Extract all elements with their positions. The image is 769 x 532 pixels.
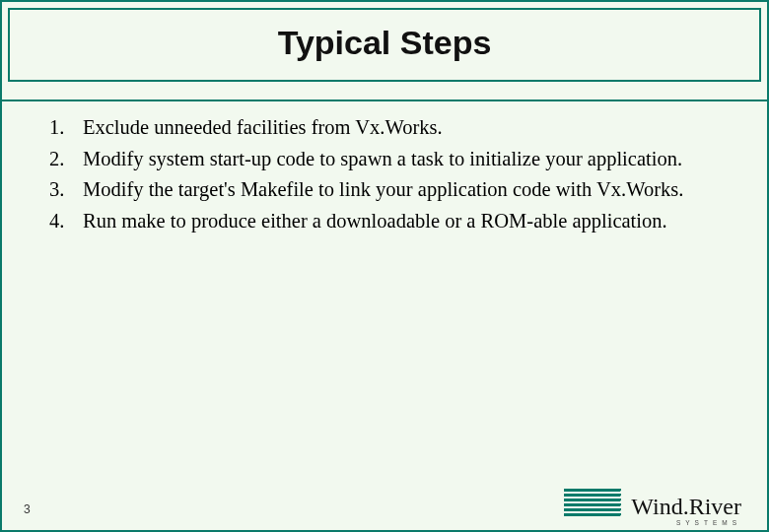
slide-title: Typical Steps: [10, 24, 759, 62]
title-box: Typical Steps: [8, 8, 761, 82]
windriver-logo-text: Wind.River SYSTEMS: [631, 495, 741, 518]
content-area: Exclude unneeded facilities from Vx.Work…: [2, 101, 767, 236]
step-item: Exclude unneeded facilities from Vx.Work…: [49, 113, 728, 143]
step-item: Run make to produce either a downloadabl…: [49, 207, 728, 236]
logo-sub-text: SYSTEMS: [676, 520, 741, 527]
steps-list: Exclude unneeded facilities from Vx.Work…: [49, 113, 728, 236]
logo-main-text: Wind.River: [631, 494, 741, 519]
slide: Typical Steps Exclude unneeded facilitie…: [0, 0, 769, 532]
windriver-logo-icon: [564, 487, 621, 518]
step-item: Modify system start-up code to spawn a t…: [49, 145, 728, 174]
page-number: 3: [24, 502, 31, 516]
step-item: Modify the target's Makefile to link you…: [49, 175, 728, 205]
windriver-logo: Wind.River SYSTEMS: [564, 487, 741, 518]
